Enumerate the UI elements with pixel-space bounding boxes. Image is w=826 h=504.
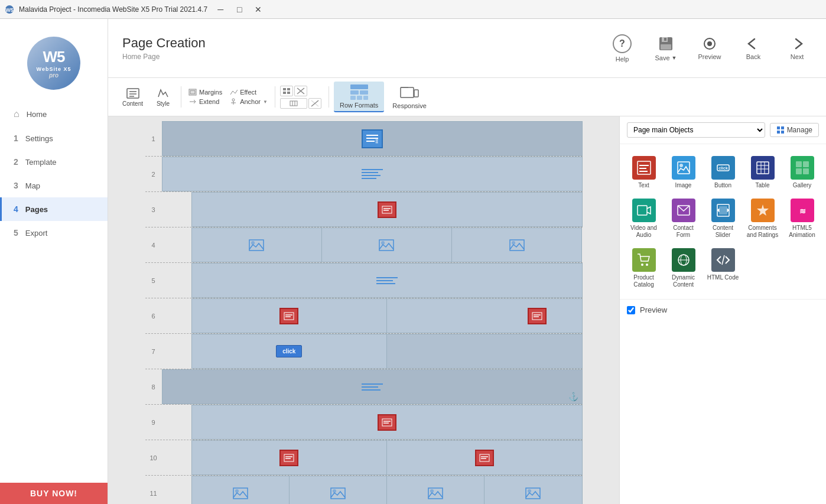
anchor-item[interactable]: Anchor ▼	[227, 97, 270, 106]
home-icon: ⌂	[14, 109, 19, 119]
sidebar-item-map[interactable]: 3 Map	[0, 174, 108, 197]
row-number-3: 3	[145, 192, 162, 227]
maximize-button[interactable]: □	[231, 3, 248, 16]
object-tile-video[interactable]: Video and Audio	[625, 194, 663, 242]
object-tile-dynamic[interactable]: Dynamic Content	[664, 243, 703, 292]
row-content-8[interactable]: ⚓	[162, 369, 583, 404]
top-actions: ? Help Save ▼	[607, 34, 812, 63]
text-object-6-1[interactable]	[279, 308, 298, 324]
help-button[interactable]: ? Help	[607, 34, 637, 63]
row-content-2[interactable]	[162, 157, 583, 191]
preview-row: Preview	[620, 299, 826, 320]
preview-button[interactable]: Preview	[695, 37, 724, 60]
svg-text:≋: ≋	[799, 207, 805, 216]
small-icon-1	[282, 87, 291, 95]
row-spacer-4	[162, 227, 191, 262]
row-cell-4-2[interactable]	[322, 227, 452, 262]
canvas-row-1: 1	[145, 121, 583, 157]
sidebar-item-export[interactable]: 5 Export	[0, 221, 108, 245]
text-lines-icon-2	[362, 169, 383, 179]
image-icon-4-2	[378, 239, 395, 252]
row-cell-11-4[interactable]	[484, 476, 582, 504]
small-btn-3[interactable]	[280, 98, 307, 109]
small-btn-1[interactable]	[280, 86, 293, 96]
sidebar-item-settings[interactable]: 1 Settings	[0, 126, 108, 150]
canvas-row-2: 2	[145, 157, 583, 192]
back-button[interactable]: Back	[739, 37, 768, 60]
row-formats-icon	[350, 84, 369, 100]
button-icon: click	[716, 161, 730, 175]
minimize-button[interactable]: ─	[212, 3, 229, 16]
canvas-area[interactable]: 1	[108, 116, 619, 504]
small-btn-2[interactable]	[294, 86, 307, 96]
product-icon	[637, 253, 651, 267]
row-cell-4-1[interactable]	[191, 227, 322, 262]
sidebar-item-home[interactable]: ⌂ Home	[0, 102, 108, 126]
text-object-icon-9[interactable]	[378, 414, 396, 431]
content-button[interactable]: Content	[118, 85, 148, 109]
sidebar-item-pages[interactable]: 4 Pages	[0, 197, 108, 221]
text-object-10-2[interactable]	[475, 450, 494, 466]
responsive-button[interactable]: Responsive	[386, 82, 432, 112]
object-tile-slider[interactable]: Content Slider	[704, 194, 742, 242]
svg-rect-75	[777, 126, 780, 129]
style-button[interactable]: Style	[150, 85, 176, 109]
object-tile-product[interactable]: Product Catalog	[625, 243, 663, 292]
row-cell-6-1[interactable]	[191, 298, 388, 333]
row-cell-10-2[interactable]	[387, 440, 583, 475]
effect-icon	[229, 89, 238, 96]
canvas-row-6: 6	[145, 298, 583, 334]
next-button[interactable]: Next	[782, 37, 812, 60]
manage-button[interactable]: Manage	[770, 123, 819, 137]
extend-item[interactable]: Extend	[186, 97, 225, 106]
row-cell-7-2[interactable]	[387, 334, 583, 369]
menu-object-icon[interactable]	[362, 129, 383, 148]
sidebar-item-template[interactable]: 2 Template	[0, 150, 108, 174]
object-tile-comments[interactable]: Comments and Ratings	[743, 194, 782, 242]
row-cell-10-1[interactable]	[191, 440, 388, 475]
button-object-7[interactable]: click	[276, 345, 302, 357]
buy-now-button[interactable]: BUY NOW!	[0, 483, 108, 504]
content-label: Content	[122, 100, 143, 107]
row-cell-6-2[interactable]	[387, 298, 583, 333]
row-number-7: 7	[145, 334, 162, 369]
row-content-3[interactable]	[191, 192, 583, 227]
html5-tile-icon: ≋	[791, 199, 814, 222]
object-tile-contact[interactable]: Contact Form	[664, 194, 703, 242]
row-cell-11-2[interactable]	[290, 476, 387, 504]
row-cell-11-1[interactable]	[191, 476, 290, 504]
object-tile-html5[interactable]: ≋ HTML5 Animation	[783, 194, 821, 242]
preview-checkbox[interactable]	[627, 306, 635, 314]
image-icon-11-3	[427, 487, 444, 500]
text-object-icon-3[interactable]	[378, 201, 396, 218]
save-button[interactable]: Save ▼	[651, 35, 681, 61]
object-tile-gallery[interactable]: Gallery	[783, 151, 821, 193]
object-tile-button[interactable]: click Button	[704, 151, 742, 193]
row-content-5[interactable]	[191, 263, 583, 298]
margins-item[interactable]: Margins	[186, 88, 225, 96]
row-formats-button[interactable]: Row Formats	[334, 82, 384, 112]
canvas-row-10: 10	[145, 440, 583, 476]
style-icon	[156, 87, 170, 99]
row-cell-11-3[interactable]	[387, 476, 484, 504]
text-object-6-2[interactable]	[528, 308, 547, 324]
row-content-1[interactable]	[162, 121, 583, 156]
row-cell-4-3[interactable]	[452, 227, 582, 262]
objects-dropdown[interactable]: Page main Objects	[627, 122, 765, 138]
object-tile-text[interactable]: Text	[625, 151, 663, 193]
contact-icon	[677, 203, 691, 217]
close-button[interactable]: ✕	[250, 3, 266, 16]
small-btn-4[interactable]	[308, 98, 321, 109]
row-content-9[interactable]	[191, 405, 583, 440]
text-object-10-1[interactable]	[279, 450, 298, 466]
object-tile-table[interactable]: Table	[743, 151, 782, 193]
svg-rect-40	[366, 141, 375, 142]
effect-item[interactable]: Effect	[227, 88, 270, 96]
object-tile-image[interactable]: Image	[664, 151, 703, 193]
row-cell-7-1[interactable]: click	[191, 334, 388, 369]
content-icon	[126, 87, 140, 99]
svg-rect-38	[366, 135, 378, 136]
object-tile-htmlcode[interactable]: HTML Code	[704, 243, 742, 292]
dynamic-tile-label: Dynamic Content	[666, 274, 700, 288]
row-spacer-9	[162, 405, 191, 440]
